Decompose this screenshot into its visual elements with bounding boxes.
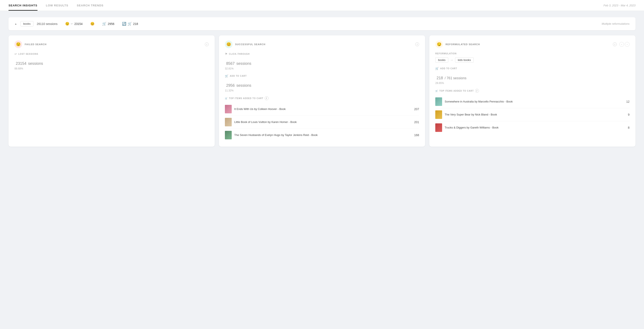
failed-arrow-icon: ↩ [71,22,73,25]
date-range: Feb 3, 2023 - Mar 4, 2023 [604,4,636,7]
list-item: Trucks & Diggers by Gareth Williams - Bo… [435,121,630,134]
clickthrough-number: 8567sessions [225,57,419,66]
item-name-r0: Somewhere in Australia by Marcello Penna… [445,100,620,104]
list-item: The Very Super Bear by Nick Bland - Book… [435,108,630,121]
reform-to-badge: kids books [455,57,474,63]
cart-count: 2956 [108,22,114,26]
list-item: Somewhere in Australia by Marcello Penna… [435,95,630,108]
reform-prev-button[interactable]: ‹ [619,42,624,47]
failed-count: 23154 [74,22,83,26]
reform-items-info-icon[interactable]: i [475,89,479,93]
item-count-r1: 9 [623,113,630,116]
failed-card-header: 😟 FAILED SEARCH i [14,41,209,48]
reform-items-icon: 🛒 [435,90,438,92]
failed-stat: ↩ LOST SESSIONS 23154sessions 88.68% [14,53,209,70]
clickthrough-label: ⚑ CLICK-THROUGH [225,53,419,56]
item-count-1: 201 [413,120,419,124]
reform-card-title: REFORMULATED SEARCH [446,43,610,46]
reform-nav-arrows: ‹ › [619,42,630,47]
tab-search-insights[interactable]: SEARCH INSIGHTS [8,0,38,11]
main-content: ▲ books 26110 sessions 😟 ↩ 23154 😊 🛒 295… [0,11,644,153]
cart-label: 🛒 ADD TO CART [225,74,419,78]
item-name-r1: The Very Super Bear by Nick Bland - Book [445,113,620,117]
reform-arrow-icon: → [450,58,454,62]
list-item: The Seven Husbands of Evelyn Hugo by Tay… [225,129,419,142]
lost-sessions-label: ↩ LOST SESSIONS [14,53,209,56]
reform-cart-label-icon: 🛒 [435,67,439,70]
reform-icon: 🔄 [122,22,126,26]
item-thumb-r1 [435,110,442,119]
success-items-label: 🛒 TOP ITEMS ADDED TO CART i [225,96,419,100]
failed-percentage: 88.68% [14,67,209,70]
reform-next-button[interactable]: › [625,42,630,47]
list-item: Little Book of Louis Vuitton by Karen Ho… [225,116,419,129]
failed-search-card: 😟 FAILED SEARCH i ↩ LOST SESSIONS 23154s… [8,35,215,147]
success-icon: 😊 [90,22,94,26]
clickthrough-icon: ⚑ [225,53,228,56]
reform-card-header: 😏 REFORMULATED SEARCH i ‹ › [435,41,630,48]
success-items-icon: 🛒 [225,97,228,100]
expand-icon[interactable]: ▲ [14,22,17,25]
item-thumb-0 [225,105,232,113]
tab-low-results[interactable]: LOW RESULTS [46,0,68,11]
reform-cart-number: 218/ 761 sessions [435,72,630,81]
reform-count: 218 [133,22,138,26]
item-count-2: 168 [413,133,419,137]
clickthrough-percentage: 32.81% [225,67,419,70]
reform-section-label: REFORMULATION [435,53,630,55]
item-name-2: The Seven Husbands of Evelyn Hugo by Tay… [234,133,410,137]
search-row: ▲ books 26110 sessions 😟 ↩ 23154 😊 🛒 295… [8,17,636,30]
reform-stat-group: 🔄 🛒 218 [122,22,138,26]
cards-row: 😟 FAILED SEARCH i ↩ LOST SESSIONS 23154s… [8,35,636,147]
success-stat-group: 😊 [90,22,94,26]
success-search-card: 😊 SUCCESSFUL SEARCH i ⚑ CLICK-THROUGH 85… [219,35,425,147]
item-count-r2: 8 [623,126,630,129]
item-thumb-r2 [435,123,442,132]
success-items-info-icon[interactable]: i [265,96,268,100]
cart-icon: 🛒 [102,22,106,26]
item-name-r2: Trucks & Diggers by Gareth Williams - Bo… [445,126,620,130]
reform-info-icon[interactable]: i [613,42,617,46]
item-thumb-r0 [435,97,442,106]
reform-from-badge: books [435,57,448,63]
success-card-icon: 😊 [225,41,232,48]
cart-number: 2956sessions [225,79,419,88]
failed-card-icon: 😟 [14,41,22,48]
success-info-icon[interactable]: i [415,42,419,46]
nav-tabs: SEARCH INSIGHTS LOW RESULTS SEARCH TREND… [8,0,104,11]
item-count-0: 207 [413,107,419,111]
reform-cart-label: 🛒 ADD TO CART [435,67,630,70]
search-term-badge: books [20,21,34,27]
cart-stat-group: 🛒 2956 [102,22,114,26]
item-name-1: Little Book of Louis Vuitton by Karen Ho… [234,120,410,124]
reform-card-icon: 😏 [435,41,443,48]
reform-cart-percentage: 28.65% [435,82,630,85]
reform-search-card: 😏 REFORMULATED SEARCH i ‹ › REFORMULATIO… [429,35,636,147]
success-card-title: SUCCESSFUL SEARCH [235,43,413,46]
item-name-0: It Ends With Us by Colleen Hoover - Book [234,107,410,111]
cart-percentage: 11.32% [225,89,419,92]
failed-stat-group: 😟 ↩ 23154 [65,22,83,26]
failed-info-icon[interactable]: i [205,42,209,46]
cart-label-icon: 🛒 [225,74,228,78]
top-navigation: SEARCH INSIGHTS LOW RESULTS SEARCH TREND… [0,0,644,11]
failed-card-title: FAILED SEARCH [25,43,202,46]
list-item: It Ends With Us by Colleen Hoover - Book… [225,103,419,116]
reform-items-list: Somewhere in Australia by Marcello Penna… [435,95,630,134]
reformulations-label: Multiple reformulations [602,22,630,25]
item-thumb-1 [225,118,232,126]
reform-cart-icon: 🛒 [128,22,132,26]
lost-sessions-icon: ↩ [14,53,17,56]
sessions-count: 26110 sessions [37,22,58,26]
tab-search-trends[interactable]: SEARCH TRENDS [77,0,104,11]
failed-big-number: 23154sessions [14,57,209,66]
item-count-r0: 12 [623,100,630,103]
reform-badges: books → kids books [435,57,630,63]
reform-items-label: 🛒 TOP ITEMS ADDED TO CART i [435,89,630,93]
success-items-list: It Ends With Us by Colleen Hoover - Book… [225,103,419,142]
failed-icon: 😟 [65,22,70,26]
success-card-header: 😊 SUCCESSFUL SEARCH i [225,41,419,48]
item-thumb-2 [225,131,232,139]
